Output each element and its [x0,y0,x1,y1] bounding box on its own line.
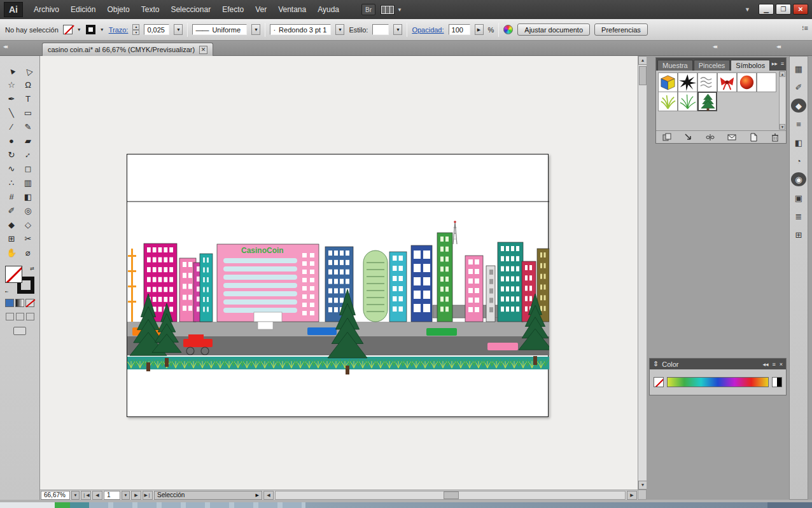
panel-expand-icon[interactable]: ▸▸ [772,60,778,67]
maximize-button[interactable]: ❐ [776,4,791,15]
draw-normal-mode-button[interactable] [6,313,14,320]
line-segment-tool[interactable]: ╲ [3,106,20,120]
color-spectrum-ramp[interactable] [667,377,769,387]
status-display[interactable]: Selección ▶ [154,491,262,500]
blend-tool[interactable]: ◎ [20,203,36,217]
fill-caret-icon[interactable]: ▼ [77,27,81,32]
vertical-scroll-thumb[interactable] [639,66,647,85]
zoom-field[interactable]: 66,67% [41,491,70,500]
pen-tool[interactable]: ✒ [3,92,20,106]
artboard-caret-icon[interactable]: ▼ [122,491,130,500]
brush-combo[interactable]: ·Redondo 3 pt 1 [270,24,331,35]
document-close-icon[interactable]: ✕ [199,46,207,54]
brush-caret-icon[interactable]: ▼ [335,24,344,35]
control-panel-menu-icon[interactable]: ⁝≡ [802,24,808,32]
grass-symbol[interactable] [678,92,697,111]
window-menu-caret-icon[interactable]: ▼ [745,6,750,13]
color-menu-icon[interactable]: ≡ [772,361,775,367]
default-fill-stroke-icon[interactable]: ▪▫ [5,289,8,294]
draw-inside-mode-button[interactable] [26,313,34,320]
opacity-label[interactable]: Opacidad: [412,26,444,34]
stroke-weight-label[interactable]: Trazo: [109,26,129,34]
screen-mode-button[interactable] [13,327,26,335]
new-symbol-icon[interactable] [749,133,758,142]
panel-tab-símbolos[interactable]: Símbolos [731,60,770,71]
panel-menu-icon[interactable]: ≡ [781,60,784,67]
first-artboard-button[interactable]: ❘◀ [81,491,91,500]
appearance-icon[interactable]: ◉ [791,172,806,186]
opacity-caret-icon[interactable]: ▶ [475,24,484,35]
color-panel-header[interactable]: ⇕ Color ◂◂ ≡ × [650,359,786,369]
hand-tool[interactable]: ✋ [3,245,20,259]
scribble-symbol[interactable] [697,72,717,92]
vertical-scrollbar[interactable]: ▲ ▼ [638,56,647,490]
width-profile-combo[interactable]: —— Uniforme [192,24,247,35]
zoom-tool[interactable]: ⌀ [20,245,36,259]
color-panel-cycle-icon[interactable]: ⇕ [653,360,659,368]
stroke-icon[interactable]: ≡ [791,117,806,131]
menu-ventana[interactable]: Ventana [272,3,312,17]
menu-seleccionar[interactable]: Seleccionar [165,3,216,17]
stroke-swatch[interactable] [86,25,95,34]
fill-stroke-indicator[interactable]: ⇄ ▪▫ [5,266,34,294]
swap-fill-stroke-icon[interactable]: ⇄ [30,266,34,271]
none-color-swatch[interactable] [654,377,664,387]
style-caret-icon[interactable]: ▼ [393,24,402,35]
iconstrip-collapse-icon[interactable]: ◂◂ [776,43,780,50]
color-close-icon[interactable]: × [780,361,783,367]
next-artboard-button[interactable]: ▶ [131,491,141,500]
zoom-caret-icon[interactable]: ▼ [71,491,80,500]
brushes-icon[interactable]: ✐ [791,80,806,94]
menu-efecto[interactable]: Efecto [216,3,249,17]
preferences-button[interactable]: Preferencias [594,24,648,36]
stroke-weight-combo-icon[interactable]: ▼ [174,24,183,35]
gradient-button[interactable] [15,299,24,307]
gradient-tool[interactable]: ◧ [20,189,36,203]
width-profile-caret-icon[interactable]: ▼ [251,24,260,35]
delete-symbol-icon[interactable] [771,133,780,142]
horizontal-scrollbar[interactable] [275,491,626,500]
stroke-weight-field[interactable]: 0,025 [144,24,169,35]
break-link-icon[interactable] [706,133,715,142]
recolor-artwork-icon[interactable] [503,25,513,34]
cube-symbol[interactable] [658,72,678,92]
selection-tool[interactable]: ▲ [3,64,20,78]
artboard-tool[interactable]: ⊞ [3,231,20,245]
symbol-options-icon[interactable] [727,133,736,142]
artboard[interactable]: CasinoCoin [127,154,549,417]
close-button[interactable]: ✕ [793,4,808,15]
grass-clump-symbol[interactable] [658,92,678,111]
mesh-tool[interactable]: # [3,189,20,203]
layers-icon[interactable]: ≣ [791,209,806,223]
black-white-swatch[interactable] [772,377,782,387]
last-artboard-button[interactable]: ▶❘ [143,491,153,500]
dock-collapse-icon[interactable]: ◂◂ [713,43,716,50]
menu-ayuda[interactable]: Ayuda [312,3,345,17]
bow-symbol[interactable] [717,72,737,92]
scroll-left-icon[interactable]: ◀ [263,491,274,500]
paintbrush-tool[interactable]: ∕ [3,120,20,134]
symbols-icon[interactable]: ◆ [791,99,806,113]
sphere-symbol[interactable] [737,72,757,92]
rectangle-tool[interactable]: ▭ [20,106,36,120]
symbol-library-icon[interactable] [662,133,671,142]
bridge-button[interactable]: Br [361,4,375,15]
graphic-styles-icon[interactable]: ▣ [791,191,806,205]
direct-selection-tool[interactable]: △ [20,64,36,78]
opacity-field[interactable]: 100 [449,24,470,35]
magic-wand-tool[interactable]: ☆ [3,78,20,92]
place-symbol-icon[interactable] [684,133,693,142]
swatches-icon[interactable]: ▦ [791,62,806,76]
menu-archivo[interactable]: Archivo [28,3,65,17]
slice-tool[interactable]: ✂ [20,231,36,245]
width-tool[interactable]: ∿ [3,161,20,175]
draw-behind-mode-button[interactable] [16,313,24,320]
workspace-caret-icon[interactable]: ▼ [397,7,402,13]
pine-tree-symbol[interactable] [697,92,717,111]
splatter-symbol[interactable] [678,72,697,92]
scroll-right-icon[interactable]: ▶ [627,491,637,500]
live-paint-selection-tool[interactable]: ◇ [20,217,36,231]
graph-tool[interactable]: ▥ [20,175,36,189]
type-tool[interactable]: T [20,92,36,106]
style-combo[interactable] [372,24,389,35]
